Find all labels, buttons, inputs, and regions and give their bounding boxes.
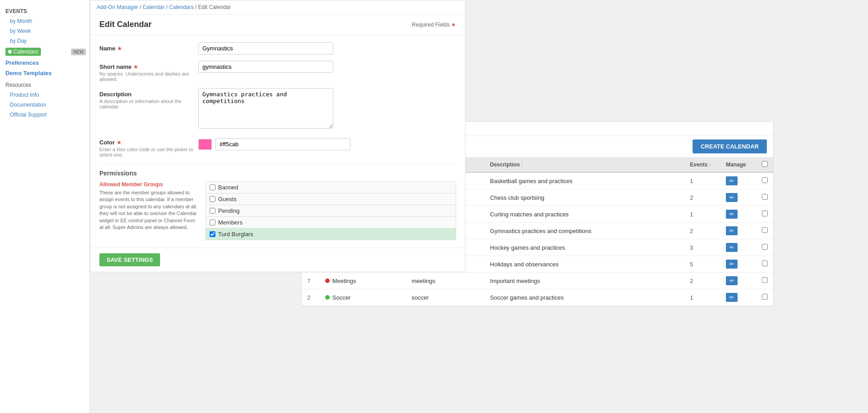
sidebar-by-day[interactable]: by Day — [0, 36, 89, 46]
group-banned-checkbox[interactable] — [210, 184, 215, 190]
cal-dot — [325, 295, 330, 300]
row-manage: ✏ — [720, 256, 756, 273]
edit-button[interactable]: ✏ — [726, 193, 738, 202]
calendars-new-button[interactable]: NEW — [71, 49, 86, 55]
sidebar-calendars-row: Calendars NEW — [0, 46, 89, 58]
th-description[interactable]: Description — [485, 157, 685, 172]
row-short-name: meetings — [406, 273, 484, 289]
th-manage: Manage — [720, 157, 756, 172]
select-all-checkbox[interactable] — [762, 161, 768, 167]
form-body: Name ★ Short name ★ No spaces. Underscor… — [90, 35, 465, 247]
row-events: 5 — [685, 256, 720, 273]
row-checkbox[interactable] — [762, 227, 768, 233]
group-guests: Guests — [206, 193, 456, 205]
form-title: Edit Calendar — [99, 20, 152, 29]
allowed-groups-row: Allowed Member Groups These are the memb… — [99, 181, 456, 240]
color-swatch[interactable] — [198, 139, 212, 150]
row-manage: ✏ — [720, 172, 756, 189]
color-hex-input[interactable] — [215, 138, 350, 150]
row-select — [756, 172, 773, 189]
row-manage: ✏ — [720, 289, 756, 306]
group-pending: Pending — [206, 205, 456, 216]
group-guests-label: Guests — [218, 196, 237, 202]
sidebar-by-week[interactable]: by Week — [0, 26, 89, 36]
row-name: Meetings — [320, 273, 406, 289]
row-manage: ✏ — [720, 273, 756, 289]
row-select — [756, 239, 773, 256]
row-description: Chess club sportsing — [485, 189, 685, 206]
row-select — [756, 223, 773, 239]
row-events: 1 — [685, 172, 720, 189]
group-turd-burglars-label: Turd Burglars — [218, 231, 253, 238]
permissions-title: Permissions — [99, 170, 456, 177]
sidebar-demo-templates[interactable]: Demo Templates — [0, 68, 89, 78]
group-pending-checkbox[interactable] — [210, 208, 215, 214]
cal-name-text: Soccer — [332, 294, 350, 301]
sidebar-product-info[interactable]: Product Info — [0, 90, 89, 100]
row-short-name: soccer — [406, 289, 484, 306]
breadcrumb-addon-manager[interactable]: Add-On Manager — [97, 4, 138, 10]
calendars-dot — [8, 50, 12, 54]
sidebar-by-month[interactable]: by Month — [0, 16, 89, 26]
sidebar: Events by Month by Week by Day Calendars… — [0, 0, 90, 413]
edit-button[interactable]: ✏ — [726, 293, 738, 302]
group-pending-label: Pending — [218, 207, 240, 214]
edit-button[interactable]: ✏ — [726, 260, 738, 269]
short-name-required: ★ — [133, 63, 139, 70]
create-calendar-button[interactable]: CREATE CALENDAR — [693, 139, 767, 153]
row-checkbox[interactable] — [762, 194, 768, 200]
row-events: 1 — [685, 289, 720, 306]
description-textarea[interactable]: Gymnastics practices and competitions — [198, 88, 333, 129]
group-turd-burglars-checkbox[interactable] — [210, 231, 215, 237]
color-hint: Enter a Hex color code or use the picker… — [99, 147, 198, 157]
row-checkbox[interactable] — [762, 260, 768, 266]
name-input[interactable] — [198, 42, 333, 54]
events-section-title: Events — [0, 4, 89, 16]
description-hint: A description or information about the c… — [99, 99, 198, 109]
color-label: Color — [99, 139, 115, 146]
short-name-row: Short name ★ No spaces. Underscores and … — [99, 61, 456, 82]
calendars-text: Calendars — [13, 49, 38, 55]
edit-button[interactable]: ✏ — [726, 276, 738, 285]
breadcrumb-calendar[interactable]: Calendar — [143, 4, 165, 10]
sidebar-documentation[interactable]: Documentation — [0, 100, 89, 110]
row-checkbox[interactable] — [762, 277, 768, 283]
row-checkbox[interactable] — [762, 244, 768, 250]
row-select — [756, 189, 773, 206]
row-events: 2 — [685, 223, 720, 239]
row-description: Curling matches and practices — [485, 206, 685, 223]
row-manage: ✏ — [720, 206, 756, 223]
color-picker-row — [198, 138, 456, 150]
group-guests-checkbox[interactable] — [210, 196, 215, 202]
edit-button[interactable]: ✏ — [726, 210, 738, 219]
group-members-checkbox[interactable] — [210, 220, 215, 225]
edit-button[interactable]: ✏ — [726, 176, 738, 185]
description-label: Description — [99, 91, 132, 98]
row-checkbox[interactable] — [762, 177, 768, 183]
name-row: Name ★ — [99, 42, 456, 54]
short-name-input[interactable] — [198, 61, 333, 73]
sidebar-calendars-label[interactable]: Calendars — [5, 48, 41, 56]
cal-name-text: Meetings — [332, 278, 356, 284]
th-events[interactable]: Events — [685, 157, 720, 172]
row-checkbox[interactable] — [762, 211, 768, 216]
row-number: 2 — [302, 289, 320, 306]
row-description: Basketball games and practices — [485, 172, 685, 189]
name-label: Name — [99, 45, 115, 52]
row-description: Hockey games and practices — [485, 239, 685, 256]
breadcrumb-calendars[interactable]: Calendars — [169, 4, 194, 10]
sidebar-preferences[interactable]: Preferences — [0, 58, 89, 68]
row-events: 2 — [685, 273, 720, 289]
sidebar-official-support[interactable]: Official Support — [0, 110, 89, 120]
edit-button[interactable]: ✏ — [726, 226, 738, 235]
sidebar-resources-title: Resources — [0, 78, 89, 90]
form-header: Edit Calendar Required Fields ★ — [90, 14, 465, 35]
required-fields-label: Required Fields ★ — [412, 22, 456, 28]
row-checkbox[interactable] — [762, 294, 768, 300]
edit-button[interactable]: ✏ — [726, 243, 738, 252]
allowed-groups-desc: These are the member groups allowed to a… — [99, 189, 198, 231]
th-checkbox — [756, 157, 773, 172]
row-description: Important meetings — [485, 273, 685, 289]
save-settings-button[interactable]: SAVE SETTINGS — [99, 253, 160, 266]
row-events: 1 — [685, 206, 720, 223]
